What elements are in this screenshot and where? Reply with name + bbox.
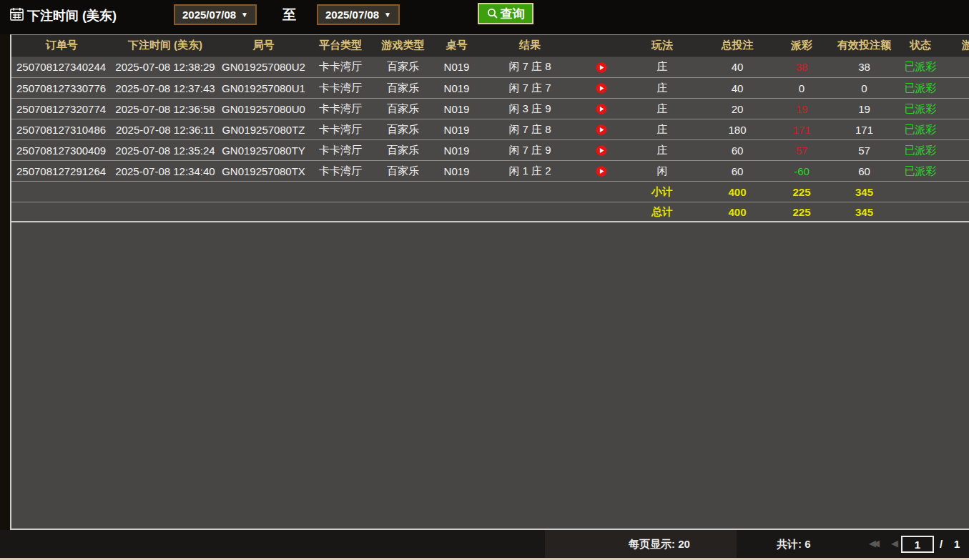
- cell-payout: 57: [773, 139, 830, 160]
- cell-total-bet: 40: [702, 77, 773, 98]
- cell-payout: 38: [773, 57, 830, 77]
- cell-round-id: GN019257080TY: [219, 139, 308, 160]
- col-bet-time: 下注时间 (美东): [112, 35, 219, 57]
- cell-game-type: 百家乐: [373, 160, 433, 181]
- cell-game: [943, 77, 969, 98]
- status-badge: 已派彩: [898, 98, 943, 119]
- cell-bet-time: 2025-07-08 12:37:43: [112, 77, 219, 98]
- col-order-id: 订单号: [11, 35, 112, 57]
- table-row: 250708127330776 2025-07-08 12:37:43 GN01…: [11, 77, 969, 98]
- play-icon[interactable]: [595, 103, 608, 115]
- cell-total-bet: 40: [702, 57, 773, 77]
- col-table-no: 桌号: [433, 35, 480, 57]
- cell-game-type: 百家乐: [373, 119, 433, 139]
- cell-table-no: N019: [433, 160, 480, 181]
- pagination-bar: 每页显示: 20 共计: 6 ◀◀ ◀ / 1: [0, 530, 969, 558]
- cell-result: 闲 3 庄 9: [480, 98, 580, 119]
- cell-order-id: 250708127310486: [11, 119, 112, 139]
- search-icon: [487, 8, 498, 19]
- cell-result: 闲 1 庄 2: [480, 160, 580, 181]
- col-round-id: 局号: [219, 35, 308, 57]
- cell-game: [943, 57, 969, 77]
- table-row: 250708127291264 2025-07-08 12:34:40 GN01…: [11, 160, 969, 181]
- cell-result: 闲 7 庄 9: [480, 139, 580, 160]
- page-number-input[interactable]: [901, 536, 934, 553]
- cell-bet-time: 2025-07-08 12:36:11: [112, 119, 219, 139]
- table-row: 250708127320774 2025-07-08 12:36:58 GN01…: [11, 98, 969, 119]
- status-badge: 已派彩: [898, 77, 943, 98]
- grand-total-payout: 225: [773, 202, 830, 222]
- cell-total-bet: 20: [702, 98, 773, 119]
- chevron-down-icon: ▼: [384, 11, 391, 19]
- cell-result: 闲 7 庄 8: [480, 119, 580, 139]
- cell-game: [943, 139, 969, 160]
- col-total-bet: 总投注: [702, 35, 773, 57]
- cell-round-id: GN019257080U2: [219, 57, 308, 77]
- cell-game-type: 百家乐: [373, 98, 433, 119]
- col-replay: [580, 35, 623, 57]
- prev-page-icon[interactable]: ◀: [891, 539, 898, 548]
- query-button[interactable]: 查询: [478, 3, 533, 24]
- first-page-icon[interactable]: ◀◀: [869, 539, 876, 548]
- play-icon[interactable]: [595, 124, 608, 136]
- cell-table-no: N019: [433, 98, 480, 119]
- play-icon[interactable]: [595, 62, 608, 74]
- calendar-icon: [9, 6, 24, 21]
- cell-bet-time: 2025-07-08 12:36:58: [112, 98, 219, 119]
- cell-order-id: 250708127340244: [11, 57, 112, 77]
- play-icon[interactable]: [595, 144, 608, 157]
- table-header-row: 订单号 下注时间 (美东) 局号 平台类型 游戏类型 桌号 结果 玩法 总投注 …: [11, 35, 969, 57]
- cell-platform: 卡卡湾厅: [308, 98, 373, 119]
- bet-time-filter-label: 下注时间 (美东): [27, 7, 117, 24]
- cell-platform: 卡卡湾厅: [308, 57, 373, 77]
- cell-total-bet: 60: [702, 160, 773, 181]
- table-row: 250708127310486 2025-07-08 12:36:11 GN01…: [11, 119, 969, 139]
- cell-replay: [580, 98, 623, 119]
- cell-play: 庄: [623, 119, 702, 139]
- cell-game: [943, 98, 969, 119]
- bet-records-table: 订单号 下注时间 (美东) 局号 平台类型 游戏类型 桌号 结果 玩法 总投注 …: [10, 34, 969, 530]
- col-platform: 平台类型: [308, 35, 373, 57]
- cell-payout: 171: [773, 119, 830, 139]
- date-from-value: 2025/07/08: [182, 9, 236, 21]
- cell-play: 闲: [623, 160, 702, 181]
- cell-platform: 卡卡湾厅: [308, 139, 373, 160]
- query-button-label: 查询: [501, 6, 525, 22]
- cell-order-id: 250708127330776: [11, 77, 112, 98]
- cell-play: 庄: [623, 139, 702, 160]
- page-divider: /: [940, 538, 943, 550]
- play-icon[interactable]: [595, 82, 608, 94]
- cell-bet-time: 2025-07-08 12:38:29: [112, 57, 219, 77]
- cell-result: 闲 7 庄 8: [480, 57, 580, 77]
- play-icon[interactable]: [595, 165, 608, 177]
- date-from-select[interactable]: 2025/07/08 ▼: [174, 4, 257, 25]
- cell-round-id: GN019257080U0: [219, 98, 308, 119]
- cell-replay: [580, 119, 623, 139]
- cell-replay: [580, 77, 623, 98]
- col-valid-bet: 有效投注额: [830, 35, 898, 57]
- cell-platform: 卡卡湾厅: [308, 77, 373, 98]
- cell-valid-bet: 57: [830, 139, 898, 160]
- subtotal-row: 小计 400 225 345: [11, 181, 969, 202]
- subtotal-label: 小计: [623, 181, 702, 202]
- cell-play: 庄: [623, 77, 702, 98]
- cell-payout: -60: [773, 160, 830, 181]
- cell-payout: 0: [773, 77, 830, 98]
- cell-round-id: GN019257080U1: [219, 77, 308, 98]
- cell-table-no: N019: [433, 57, 480, 77]
- cell-round-id: GN019257080TZ: [219, 119, 308, 139]
- col-play: 玩法: [623, 35, 702, 57]
- cell-game-type: 百家乐: [373, 57, 433, 77]
- cell-game: [943, 119, 969, 139]
- subtotal-valid-bet: 345: [830, 181, 898, 202]
- grand-total-valid-bet: 345: [830, 202, 898, 222]
- cell-result: 闲 7 庄 7: [480, 77, 580, 98]
- cell-platform: 卡卡湾厅: [308, 160, 373, 181]
- grand-total-row: 总计 400 225 345: [11, 202, 969, 222]
- date-to-select[interactable]: 2025/07/08 ▼: [317, 4, 400, 25]
- cell-replay: [580, 160, 623, 181]
- total-count-label: 共计: 6: [777, 538, 811, 551]
- cell-table-no: N019: [433, 119, 480, 139]
- col-result: 结果: [480, 35, 580, 57]
- cell-bet-time: 2025-07-08 12:34:40: [112, 160, 219, 181]
